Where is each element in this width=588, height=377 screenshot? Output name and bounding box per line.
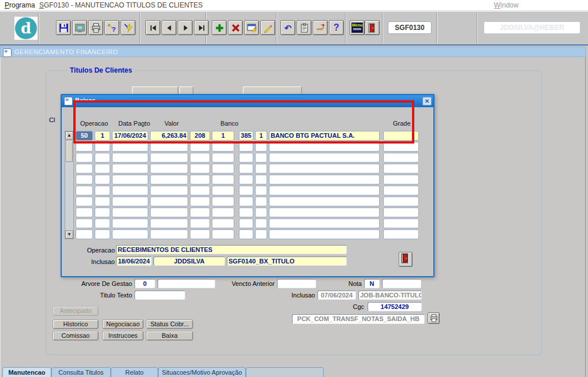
grid-cell-data-pagto[interactable]: 17/06/2024 [112, 131, 148, 141]
grid-cell[interactable] [212, 208, 234, 217]
dialog-operacao-field[interactable]: RECEBIMENTOS DE CLIENTES [116, 245, 347, 254]
grid-cell[interactable] [269, 218, 380, 228]
grid-cell[interactable] [255, 164, 267, 174]
help-wand-button[interactable]: ? [104, 20, 119, 35]
grid-cell[interactable] [112, 175, 148, 184]
grid-cell[interactable] [190, 164, 210, 174]
grid-cell[interactable] [269, 208, 380, 217]
grid-cell[interactable] [383, 208, 419, 217]
dialog-inclusao-program-field[interactable]: SGF0140_BX_TITULO [227, 257, 347, 266]
scroll-thumb[interactable] [66, 140, 73, 162]
grid-cell[interactable] [383, 153, 419, 163]
arvore-gestao-desc-field[interactable] [158, 279, 215, 288]
grid-cell-banco-2[interactable]: 1 [212, 131, 234, 141]
grid-cell[interactable] [112, 197, 148, 206]
screen-button[interactable] [72, 20, 87, 35]
help-button[interactable]: ? [329, 20, 344, 35]
grid-cell[interactable] [212, 197, 234, 206]
menu-programa[interactable]: Programa [5, 1, 35, 9]
cgc-field[interactable]: 14752429 [368, 302, 422, 311]
grid-cell[interactable] [255, 153, 267, 163]
grid-cell[interactable] [95, 197, 110, 206]
grid-cell[interactable] [255, 208, 267, 217]
menu-program-title[interactable]: SGF0130 - MANUTENCAO TITULOS DE CLIENTES [39, 1, 203, 9]
grid-cell[interactable] [150, 208, 188, 217]
grid-cell[interactable] [76, 153, 93, 163]
execute-button[interactable] [121, 20, 136, 35]
grid-cell[interactable] [150, 164, 188, 174]
exit-button[interactable] [365, 20, 380, 35]
grid-cell[interactable] [150, 186, 188, 195]
grid-cell[interactable] [239, 186, 253, 195]
pck-program-field[interactable]: PCK_COM_TRANSF_NOTAS_SAIDA_HB [292, 314, 425, 324]
grid-cell[interactable] [239, 208, 253, 217]
tab-consulta-titulos[interactable]: Consulta Titulos [51, 367, 111, 377]
grid-cell[interactable] [112, 164, 148, 174]
edit-field-button[interactable] [260, 20, 275, 35]
save-button[interactable] [56, 20, 71, 35]
grid-cell[interactable] [212, 164, 234, 174]
grid-cell[interactable] [239, 142, 253, 152]
dialog-titlebar[interactable]: Baixas ✕ [62, 95, 433, 107]
grid-cell[interactable] [95, 164, 110, 174]
grid-cell[interactable] [95, 186, 110, 195]
inclusao-source-field[interactable]: JOB-BANCO-TITULO [358, 291, 422, 300]
grid-cell[interactable] [112, 218, 148, 228]
grid-cell-valor[interactable]: 6,263.84 [150, 131, 188, 141]
grid-cell[interactable] [190, 186, 210, 195]
grid-cell[interactable] [76, 175, 93, 184]
tab-relato[interactable]: Relato [111, 367, 158, 377]
comissao-button[interactable]: Comissao [53, 331, 99, 341]
tab-situacoes-motivo[interactable]: Situacoes/Motivo Aprovação [158, 367, 246, 377]
grid-cell[interactable] [76, 197, 93, 206]
grid-cell[interactable] [212, 153, 234, 163]
grid-cell[interactable] [76, 164, 93, 174]
first-record-button[interactable] [145, 20, 160, 35]
grid-cell[interactable] [76, 142, 93, 152]
grid-cell[interactable] [383, 186, 419, 195]
grid-cell[interactable] [269, 197, 380, 206]
grid-cell[interactable] [269, 164, 380, 174]
grid-cell[interactable] [383, 229, 419, 239]
grid-cell[interactable] [239, 164, 253, 174]
nota-desc-field[interactable] [382, 279, 421, 288]
grid-cell[interactable] [383, 197, 419, 206]
grid-cell[interactable] [239, 175, 253, 184]
grid-cell[interactable] [212, 229, 234, 239]
next-record-button[interactable] [178, 20, 193, 35]
dialog-exit-button[interactable] [399, 252, 413, 267]
menu-button[interactable]: Menu [350, 20, 365, 35]
grid-cell-banco-3[interactable]: 385 [239, 131, 253, 141]
grid-cell[interactable] [190, 175, 210, 184]
grid-cell-grade[interactable] [383, 131, 419, 141]
grid-cell[interactable] [255, 175, 267, 184]
grid-cell[interactable] [150, 175, 188, 184]
grid-cell[interactable] [255, 229, 267, 239]
print-button[interactable] [88, 20, 103, 35]
record-sign-button[interactable] [313, 20, 328, 35]
grid-cell[interactable] [112, 186, 148, 195]
grid-cell[interactable] [383, 164, 419, 174]
grid-cell[interactable] [150, 229, 188, 239]
grid-cell[interactable] [269, 175, 380, 184]
dialog-inclusao-date-field[interactable]: 18/06/2024 [116, 257, 152, 266]
grid-cell[interactable] [255, 186, 267, 195]
session-field[interactable]: JDDSILVA@HEBER [484, 21, 580, 34]
grid-cell-banco-1[interactable]: 208 [190, 131, 210, 141]
grid-cell[interactable] [269, 153, 380, 163]
dialog-close-icon[interactable]: ✕ [422, 97, 432, 105]
instrucoes-button[interactable]: Instrucoes [102, 331, 144, 341]
grid-cell[interactable] [190, 229, 210, 239]
grid-cell[interactable] [95, 153, 110, 163]
undo-button[interactable]: ↶ [280, 20, 295, 35]
mdi-titlebar[interactable]: GERENCIAMENTO FINANCEIRO [0, 47, 586, 57]
grid-cell[interactable] [150, 218, 188, 228]
grid-cell[interactable] [190, 142, 210, 152]
clipboard-button[interactable] [297, 20, 312, 35]
grid-cell[interactable] [95, 208, 110, 217]
grid-cell[interactable] [383, 218, 419, 228]
grid-cell[interactable] [255, 197, 267, 206]
status-cobr-button[interactable]: Status Cobr... [146, 319, 193, 329]
grid-cell[interactable] [190, 197, 210, 206]
grid-cell[interactable] [112, 142, 148, 152]
